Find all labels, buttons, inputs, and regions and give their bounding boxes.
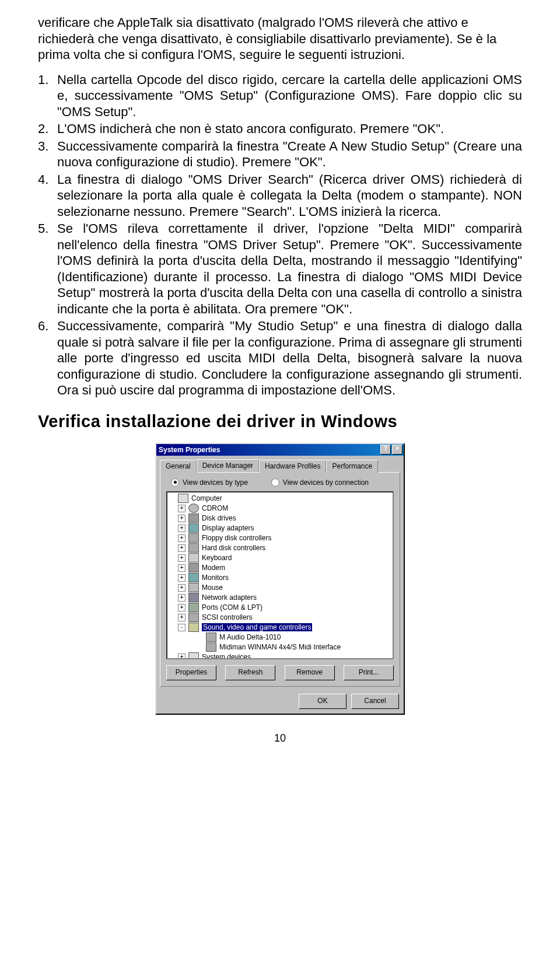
tree-node-label: Modem	[202, 564, 225, 572]
list-item-text: La finestra di dialogo "OMS Driver Searc…	[57, 172, 522, 220]
tree-node[interactable]: +CDROM	[169, 504, 391, 513]
radio-label: View devices by connection	[283, 478, 369, 487]
ctrl-icon	[188, 543, 199, 553]
list-item: 3.Successivamente comparirà la finestra …	[38, 138, 522, 170]
ok-button[interactable]: OK	[299, 694, 346, 709]
radio-view-by-connection[interactable]: View devices by connection	[271, 478, 369, 487]
tree-node-label: Disk drives	[202, 514, 236, 522]
list-item-text: L'OMS indicherà che non è stato ancora c…	[57, 121, 522, 137]
expand-icon[interactable]: +	[178, 505, 186, 512]
expand-icon[interactable]: +	[178, 554, 186, 562]
expand-icon[interactable]: +	[178, 584, 186, 592]
expand-icon[interactable]: +	[178, 525, 186, 532]
system-properties-dialog: System Properties ? × GeneralDevice Mana…	[155, 443, 405, 715]
port-icon	[188, 603, 199, 612]
window-title: System Properties	[159, 446, 220, 454]
cd-icon	[188, 504, 199, 513]
ctrl-icon	[188, 613, 199, 622]
tree-node[interactable]: +Mouse	[169, 583, 391, 593]
tab-device-manager[interactable]: Device Manager	[197, 459, 259, 472]
page-number: 10	[38, 732, 522, 745]
list-item: 1.Nella cartella Opcode del disco rigido…	[38, 72, 522, 120]
tree-node-label: Computer	[191, 494, 222, 502]
list-item-number: 6.	[38, 318, 57, 399]
help-button[interactable]: ?	[380, 445, 391, 455]
list-item-number: 1.	[38, 72, 57, 120]
expand-icon[interactable]: +	[178, 654, 186, 659]
modem-icon	[188, 563, 199, 572]
tree-node[interactable]: +Network adapters	[169, 593, 391, 603]
ctrl-icon	[188, 533, 199, 543]
tree-node-label: Ports (COM & LPT)	[202, 603, 262, 611]
expand-icon[interactable]: +	[178, 604, 186, 611]
expand-icon[interactable]: +	[178, 534, 186, 542]
tree-node-label: Network adapters	[202, 593, 257, 602]
tree-node[interactable]: +SCSI controllers	[169, 613, 391, 623]
tree-node-label: Mouse	[202, 583, 223, 592]
tree-node[interactable]: +Disk drives	[169, 513, 391, 523]
list-item-text: Nella cartella Opcode del disco rigido, …	[57, 72, 522, 120]
tab-general[interactable]: General	[160, 460, 197, 473]
expand-icon[interactable]: +	[178, 614, 186, 621]
tree-node[interactable]: -Sound, video and game controllers	[169, 623, 391, 632]
tree-node[interactable]: +Display adapters	[169, 523, 391, 533]
tree-node-label: Keyboard	[202, 554, 232, 562]
list-item: 4.La finestra di dialogo "OMS Driver Sea…	[38, 172, 522, 220]
radio-view-by-type[interactable]: View devices by type	[171, 478, 248, 487]
tab-performance[interactable]: Performance	[326, 460, 378, 473]
tab-content: View devices by type View devices by con…	[160, 472, 400, 687]
disp-icon	[188, 523, 199, 533]
tree-node-label: Floppy disk controllers	[202, 534, 271, 542]
tab-hardware-profiles[interactable]: Hardware Profiles	[259, 460, 326, 473]
tree-node[interactable]: +Keyboard	[169, 553, 391, 563]
expand-icon[interactable]: +	[178, 515, 186, 522]
tree-node[interactable]: +System devices	[169, 652, 391, 659]
tree-node[interactable]: +Floppy disk controllers	[169, 533, 391, 543]
print--button[interactable]: Print...	[344, 665, 394, 680]
tree-node[interactable]: +Monitors	[169, 573, 391, 583]
list-item-number: 2.	[38, 121, 57, 137]
net-icon	[188, 593, 199, 602]
collapse-icon[interactable]: -	[178, 624, 186, 631]
list-item-text: Successivamente, comparirà "My Studio Se…	[57, 318, 522, 399]
sound-icon	[188, 623, 199, 632]
list-item-number: 4.	[38, 172, 57, 220]
tree-node[interactable]: Computer	[169, 494, 391, 504]
dev-icon	[206, 632, 216, 642]
refresh-button[interactable]: Refresh	[225, 665, 275, 680]
tree-node[interactable]: Midiman WINMAN 4x4/S Midi Interface	[169, 642, 391, 652]
disk-icon	[188, 513, 199, 523]
expand-icon[interactable]: +	[178, 574, 186, 582]
dialog-screenshot: System Properties ? × GeneralDevice Mana…	[38, 443, 522, 715]
pc-icon	[188, 652, 199, 659]
mon-icon	[188, 573, 199, 582]
close-button[interactable]: ×	[392, 445, 402, 455]
expand-icon[interactable]: +	[178, 594, 186, 602]
pc-icon	[178, 494, 188, 503]
properties-button[interactable]: Properties	[166, 665, 216, 680]
expand-icon[interactable]: +	[178, 544, 186, 552]
expand-icon[interactable]: +	[178, 564, 186, 572]
tree-node-label: Hard disk controllers	[202, 544, 265, 552]
tree-node-label: CDROM	[202, 504, 228, 512]
tree-node[interactable]: +Ports (COM & LPT)	[169, 603, 391, 613]
remove-button[interactable]: Remove	[285, 665, 335, 680]
list-item-number: 3.	[38, 138, 57, 170]
tree-node-label: Display adapters	[202, 524, 254, 532]
numbered-list: 1.Nella cartella Opcode del disco rigido…	[38, 72, 522, 399]
tree-node[interactable]: M Audio Delta-1010	[169, 632, 391, 642]
tree-node[interactable]: +Hard disk controllers	[169, 543, 391, 553]
tree-node-label: M Audio Delta-1010	[219, 633, 281, 641]
cancel-button[interactable]: Cancel	[351, 694, 399, 709]
radio-label: View devices by type	[183, 478, 248, 487]
tree-node-label: Monitors	[202, 574, 229, 582]
mouse-icon	[188, 583, 199, 592]
tree-node[interactable]: +Modem	[169, 563, 391, 573]
intro-paragraph: verificare che AppleTalk sia disattivato…	[38, 15, 522, 63]
tree-node-label: Midiman WINMAN 4x4/S Midi Interface	[219, 643, 341, 651]
dev-icon	[206, 642, 216, 652]
device-tree[interactable]: Computer+CDROM+Disk drives+Display adapt…	[166, 491, 394, 659]
list-item: 5.Se l'OMS rileva correttamente il drive…	[38, 221, 522, 317]
kb-icon	[188, 553, 199, 562]
tab-strip: GeneralDevice ManagerHardware ProfilesPe…	[156, 456, 404, 472]
